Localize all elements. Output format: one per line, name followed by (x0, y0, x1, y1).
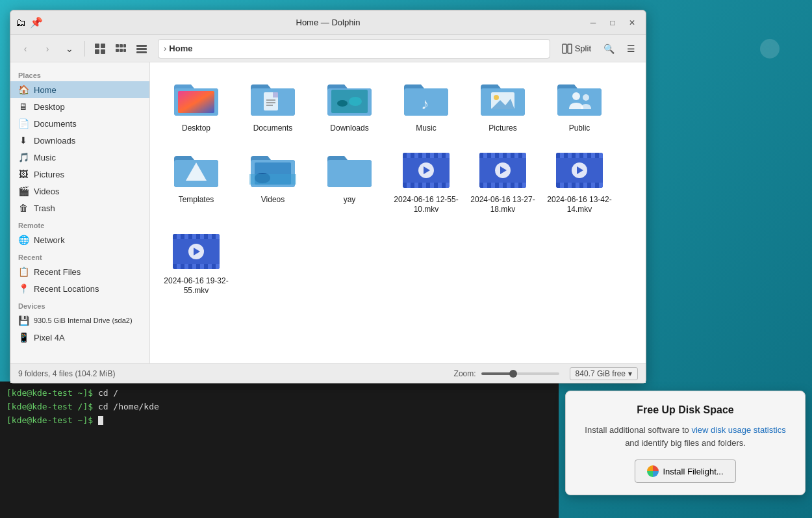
titlebar: 🗂 📌 Home — Dolphin ─ □ ✕ (10, 10, 646, 35)
pin-icon[interactable]: 📌 (30, 16, 43, 29)
file-item-yay[interactable]: yay (314, 144, 385, 220)
minimize-button[interactable]: ─ (585, 16, 602, 30)
bg-decor (760, 39, 780, 58)
sidebar-item-recent-files[interactable]: 📋 Recent Files (10, 263, 149, 280)
video-strip-top-4 (173, 234, 220, 239)
file-item-pictures[interactable]: Pictures (467, 73, 539, 139)
sidebar-item-documents-label: Documents (34, 119, 77, 129)
compact-icon (115, 43, 127, 55)
devices-label: Devices (10, 297, 149, 312)
terminal-line-1: [kde@kde-test ~]$ cd / (6, 387, 552, 400)
filelight-icon (647, 465, 659, 477)
zoom-label: Zoom: (454, 369, 476, 378)
video-icon-1 (400, 149, 452, 191)
menu-button[interactable]: ☰ (621, 39, 641, 58)
folder-videos-icon (247, 149, 299, 191)
free-space-chevron: ▾ (628, 369, 632, 378)
sidebar-item-trash[interactable]: 🗑 Trash (10, 200, 149, 216)
svg-rect-4 (116, 44, 119, 47)
maximize-button[interactable]: □ (604, 16, 621, 30)
split-button[interactable]: Split (557, 39, 596, 58)
video-strip-bottom (403, 183, 450, 188)
sidebar-item-downloads[interactable]: ⬇ Downloads (10, 132, 149, 149)
statusbar-info: 9 folders, 4 files (104.2 MiB) (18, 369, 444, 378)
video-icon-2 (477, 149, 529, 191)
forward-button[interactable]: › (38, 39, 57, 58)
terminal-prompt-3: [kde@kde-test ~]$ (6, 415, 93, 425)
music-icon: 🎵 (18, 152, 29, 162)
terminal-line-3: [kde@kde-test ~]$ (6, 414, 552, 428)
view-compact-button[interactable] (111, 39, 131, 58)
svg-rect-17 (178, 91, 214, 113)
search-button[interactable]: 🔍 (599, 39, 618, 58)
svg-rect-6 (116, 49, 119, 52)
sidebar-item-documents[interactable]: 📄 Documents (10, 115, 149, 132)
file-item-music[interactable]: ♪ Music (390, 73, 462, 139)
popup-desc-link[interactable]: view disk usage statistics (691, 425, 785, 435)
window-icon: 🗂 (16, 17, 26, 29)
file-name-downloads: Downloads (330, 123, 368, 134)
file-item-vid4[interactable]: 2024-06-16 19-32-55.mkv (160, 226, 232, 302)
free-space-button[interactable]: 840.7 GiB free ▾ (570, 367, 638, 380)
file-name-desktop: Desktop (182, 123, 210, 134)
popup-title: Free Up Disk Space (580, 404, 791, 416)
sidebar: Places 🏠 Home 🖥 Desktop 📄 Documents ⬇ Do… (10, 62, 150, 363)
sidebar-item-recent-locations[interactable]: 📍 Recent Locations (10, 280, 149, 297)
breadcrumb[interactable]: › Home (158, 39, 550, 58)
file-item-videos[interactable]: Videos (237, 144, 309, 220)
file-item-public[interactable]: Public (544, 73, 615, 139)
zoom-slider[interactable] (481, 372, 559, 375)
downloads-icon: ⬇ (18, 135, 29, 146)
file-name-vid2: 2024-06-16 13-27-18.mkv (470, 195, 536, 215)
video-icon-3 (553, 149, 605, 191)
sidebar-item-pixel4a[interactable]: 📱 Pixel 4A (10, 329, 149, 346)
titlebar-left: 🗂 📌 (16, 16, 43, 29)
terminal-cmd-2: cd /home/kde (98, 402, 159, 411)
svg-rect-12 (136, 51, 147, 53)
sidebar-item-pixel4a-label: Pixel 4A (34, 333, 65, 343)
sidebar-item-internal-drive[interactable]: 💾 930.5 GiB Internal Drive (sda2) (10, 312, 149, 329)
file-item-templates[interactable]: Templates (160, 144, 232, 220)
install-filelight-label: Install Filelight... (663, 467, 723, 476)
video-strip-bottom-2 (479, 183, 526, 188)
folder-pictures-icon (477, 78, 529, 120)
sidebar-item-pictures[interactable]: 🖼 Pictures (10, 166, 149, 183)
breadcrumb-text: Home (169, 44, 192, 53)
file-item-vid3[interactable]: 2024-06-16 13-42-14.mkv (544, 144, 615, 220)
view-icons-button[interactable] (90, 39, 110, 58)
folder-desktop-icon (170, 78, 222, 120)
sidebar-item-videos[interactable]: 🎬 Videos (10, 183, 149, 200)
sidebar-item-music[interactable]: 🎵 Music (10, 149, 149, 166)
terminal-cursor (98, 416, 103, 425)
file-item-vid2[interactable]: 2024-06-16 13-27-18.mkv (467, 144, 539, 220)
detail-icon (136, 43, 147, 55)
file-item-documents[interactable]: Documents (237, 73, 309, 139)
phone-icon: 📱 (18, 332, 29, 343)
window-title: Home — Dolphin (296, 18, 361, 27)
sidebar-item-desktop[interactable]: 🖥 Desktop (10, 98, 149, 115)
back-button[interactable]: ‹ (16, 39, 35, 58)
file-item-vid1[interactable]: 2024-06-16 12-55-10.mkv (390, 144, 462, 220)
close-button[interactable]: ✕ (624, 16, 641, 30)
install-filelight-button[interactable]: Install Filelight... (635, 460, 735, 483)
file-item-desktop[interactable]: Desktop (160, 73, 232, 139)
file-name-vid4: 2024-06-16 19-32-55.mkv (163, 276, 229, 296)
video-strip-top-2 (479, 153, 526, 158)
sidebar-item-network[interactable]: 🌐 Network (10, 231, 149, 248)
video-strip-bottom-3 (556, 183, 603, 188)
svg-point-31 (583, 94, 589, 101)
popup-description: Install additional software to view disk… (580, 424, 791, 449)
file-item-downloads[interactable]: Downloads (314, 73, 385, 139)
titlebar-controls: ─ □ ✕ (585, 16, 641, 30)
sidebar-item-home[interactable]: 🏠 Home (10, 81, 149, 98)
down-button[interactable]: ⌄ (60, 39, 79, 58)
svg-rect-11 (136, 48, 147, 50)
toolbar-divider-1 (84, 41, 85, 57)
zoom-thumb (509, 370, 517, 378)
file-grid: Desktop Documents (150, 62, 646, 363)
pictures-icon: 🖼 (18, 169, 29, 179)
svg-point-28 (494, 95, 499, 100)
svg-rect-35 (249, 174, 296, 185)
view-detail-button[interactable] (132, 39, 151, 58)
terminal[interactable]: [kde@kde-test ~]$ cd / [kde@kde-test /]$… (0, 382, 559, 518)
